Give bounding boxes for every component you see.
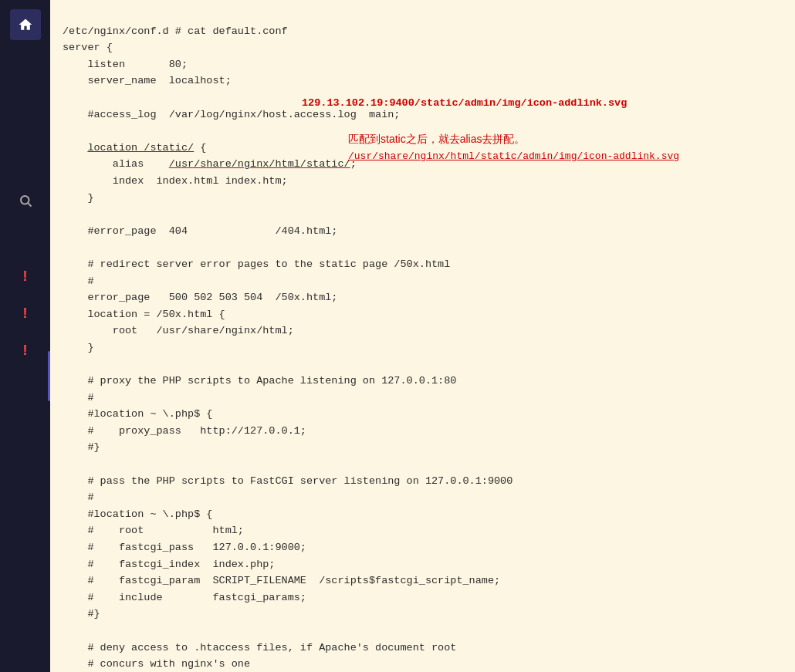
annotation-line1: 匹配到static之后，就去alias去拼配。 [348, 131, 679, 147]
code-line-23: # [63, 392, 94, 404]
code-container: /etc/nginx/conf.d # cat default.conf ser… [63, 6, 783, 672]
code-line-24: #location ~ \.php$ { [63, 408, 212, 420]
code-line-31: # root html; [63, 525, 244, 536]
home-icon[interactable] [10, 9, 41, 40]
code-line-6: #access_log /var/log/nginx/host.access.l… [63, 109, 400, 120]
search-icon[interactable] [10, 185, 41, 216]
code-line-15: # redirect server error pages to the sta… [63, 258, 450, 270]
svg-point-0 [21, 196, 29, 204]
code-line-28: # pass the PHP scripts to FastCGI server… [63, 475, 513, 487]
code-line-25: # proxy_pass http://127.0.0.1; [63, 425, 306, 437]
code-line-20: } [63, 342, 94, 353]
annotation-url: 129.13.102.19:9400/static/admin/img/icon… [302, 97, 627, 109]
alert-icon-2[interactable]: ! [10, 298, 41, 329]
code-line-33: # fastcgi_index index.php; [63, 559, 275, 570]
sidebar: ! ! ! [0, 0, 50, 672]
code-line-17: error_page 500 502 503 504 /50x.html; [63, 292, 337, 303]
code-line-2: server { [63, 42, 113, 53]
code-line-18: location = /50x.html { [63, 309, 225, 320]
code-line-4: server_name localhost; [63, 75, 232, 86]
code-line-29: # [63, 491, 94, 503]
code-line-13: #error_page 404 /404.html; [63, 225, 337, 237]
code-line-35: # include fastcgi_params; [63, 592, 306, 603]
code-line-34: # fastcgi_param SCRIPT_FILENAME /scripts… [63, 575, 500, 586]
annotation-line2: /usr/share/nginx/html/static/admin/img/i… [348, 149, 679, 164]
code-line-38: # deny access to .htaccess files, if Apa… [63, 642, 456, 653]
alert-icon-1[interactable]: ! [10, 261, 41, 292]
alert-icon-3[interactable]: ! [10, 335, 41, 366]
code-line-3: listen 80; [63, 59, 188, 70]
code-line-19: root /usr/share/nginx/html; [63, 325, 294, 336]
code-line-36: #} [63, 608, 100, 620]
main-content: /etc/nginx/conf.d # cat default.conf ser… [50, 0, 795, 672]
code-line-32: # fastcgi_pass 127.0.0.1:9000; [63, 542, 306, 553]
code-line-16: # [63, 275, 94, 287]
code-line-8: location /static/ { [63, 142, 206, 154]
code-line-22: # proxy the PHP scripts to Apache listen… [63, 375, 456, 387]
annotation-explanation: 匹配到static之后，就去alias去拼配。 /usr/share/nginx… [348, 131, 679, 164]
code-line-39: # concurs with nginx's one [63, 658, 250, 670]
code-line-26: #} [63, 441, 100, 453]
code-line-1: /etc/nginx/conf.d # cat default.conf [63, 25, 288, 37]
code-line-10: index index.html index.htm; [63, 175, 288, 187]
code-line-11: } [63, 192, 94, 204]
svg-line-1 [28, 203, 31, 206]
code-line-30: #location ~ \.php$ { [63, 508, 212, 520]
code-line-9: alias /usr/share/nginx/html/static/; [63, 158, 357, 170]
